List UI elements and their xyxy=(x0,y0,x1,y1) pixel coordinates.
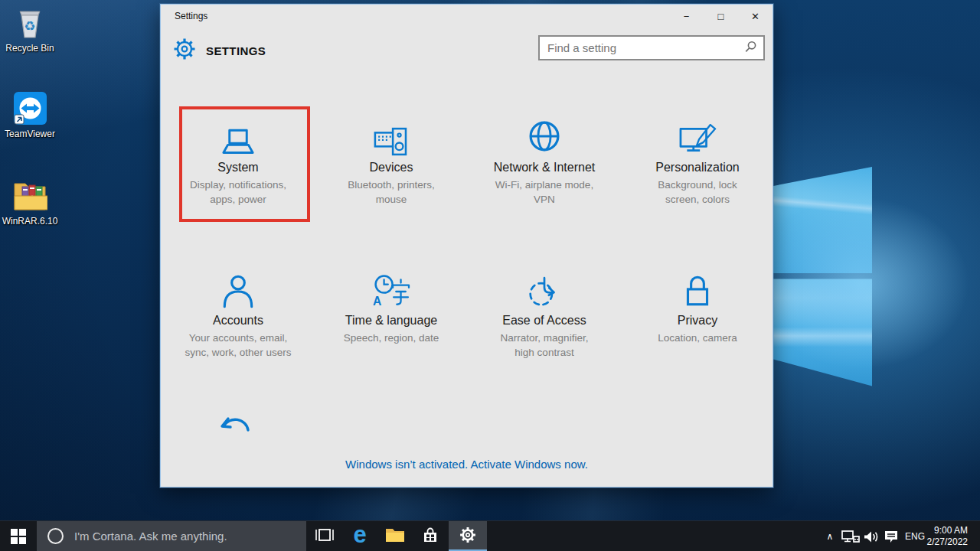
desktop-icon-winrar[interactable]: WinRAR.6.10 xyxy=(0,178,60,227)
settings-window: Settings − □ ✕ SETTINGS xyxy=(160,4,773,487)
tray-chevron-icon[interactable]: ∧ xyxy=(821,521,839,551)
activation-notice: Windows isn’t activated. Activate Window… xyxy=(161,458,773,471)
taskbar-clock[interactable]: 9:00 AM 2/27/2022 xyxy=(928,521,972,551)
devices-icon xyxy=(318,112,464,156)
tile-ease-of-access[interactable]: Ease of Access Narrator, magnifier, high… xyxy=(472,265,617,360)
windows-logo-icon xyxy=(11,529,26,544)
desktop-icon-label: WinRAR.6.10 xyxy=(0,216,60,227)
page-title: SETTINGS xyxy=(206,44,266,57)
clock-time: 9:00 AM xyxy=(934,525,968,536)
language-indicator[interactable]: ENG xyxy=(902,521,928,551)
edge-icon: e xyxy=(353,523,366,546)
tile-subtitle: Speech, region, date xyxy=(318,331,464,345)
taskbar: e xyxy=(0,520,980,551)
action-center-icon[interactable] xyxy=(882,521,900,551)
settings-taskbar-button[interactable] xyxy=(449,521,487,551)
laptop-icon xyxy=(165,112,311,156)
search-box[interactable] xyxy=(538,35,765,60)
winrar-folder-icon xyxy=(0,178,60,213)
settings-gear-icon xyxy=(173,37,196,64)
minimize-button[interactable]: − xyxy=(669,5,704,28)
globe-icon xyxy=(472,112,617,156)
tile-title: Time & language xyxy=(318,314,464,328)
tile-subtitle: Your accounts, email, sync, work, other … xyxy=(165,331,311,360)
svg-text:♻: ♻ xyxy=(24,18,35,34)
tile-subtitle: Narrator, magnifier, high contrast xyxy=(472,331,617,360)
tile-system[interactable]: System Display, notifications, apps, pow… xyxy=(165,112,311,207)
task-view-icon xyxy=(314,527,335,546)
tile-title: System xyxy=(165,161,311,174)
tile-title: Devices xyxy=(318,161,464,174)
recycle-bin-icon: ♻ xyxy=(0,5,60,40)
window-titlebar[interactable]: Settings − □ ✕ xyxy=(161,5,773,28)
tile-personalization[interactable]: Personalization Background, lock screen,… xyxy=(625,112,770,207)
desktop-icon-recycle-bin[interactable]: ♻ Recycle Bin xyxy=(0,5,60,54)
tile-subtitle: Wi-Fi, airplane mode, VPN xyxy=(472,178,617,207)
search-icon[interactable] xyxy=(744,41,756,56)
window-title: Settings xyxy=(175,11,207,21)
svg-text:A: A xyxy=(373,295,381,308)
edge-browser-button[interactable]: e xyxy=(343,521,377,551)
tile-subtitle: Display, notifications, apps, power xyxy=(165,178,311,207)
task-view-button[interactable] xyxy=(308,521,341,551)
file-explorer-button[interactable] xyxy=(378,521,412,551)
activate-windows-link[interactable]: Windows isn’t activated. Activate Window… xyxy=(345,458,588,471)
search-input[interactable] xyxy=(540,41,744,54)
tile-title: Ease of Access xyxy=(472,314,617,328)
store-bag-icon xyxy=(421,526,439,547)
cortana-search-input[interactable] xyxy=(73,529,306,543)
personalization-icon xyxy=(625,112,770,156)
teamviewer-icon xyxy=(0,90,60,126)
desktop-icon-teamviewer[interactable]: TeamViewer xyxy=(0,90,60,139)
tile-title: Personalization xyxy=(625,161,770,174)
start-button[interactable] xyxy=(0,521,37,551)
tile-accounts[interactable]: Accounts Your accounts, email, sync, wor… xyxy=(165,265,311,360)
screen: ♻ Recycle Bin TeamViewer xyxy=(0,0,980,551)
person-icon xyxy=(165,265,311,309)
tile-subtitle: Background, lock screen, colors xyxy=(625,178,770,207)
close-button[interactable]: ✕ xyxy=(738,5,773,28)
desktop-icon-label: TeamViewer xyxy=(0,129,60,139)
lock-icon xyxy=(625,265,770,309)
update-arrow-icon[interactable] xyxy=(216,409,259,450)
gear-icon xyxy=(459,527,476,546)
desktop-icon-label: Recycle Bin xyxy=(0,43,60,54)
tile-subtitle: Bluetooth, printers, mouse xyxy=(318,178,464,207)
clock-date: 2/27/2022 xyxy=(927,536,968,548)
store-button[interactable] xyxy=(413,521,447,551)
maximize-button[interactable]: □ xyxy=(704,5,738,28)
network-icon[interactable] xyxy=(841,521,861,551)
cortana-search-box[interactable] xyxy=(37,521,306,551)
tile-privacy[interactable]: Privacy Location, camera xyxy=(625,265,770,345)
tile-time-language[interactable]: A Time & language Speech, region, date xyxy=(318,265,464,345)
tile-network[interactable]: Network & Internet Wi-Fi, airplane mode,… xyxy=(472,112,617,207)
tile-devices[interactable]: Devices Bluetooth, printers, mouse xyxy=(318,112,464,207)
ease-of-access-icon xyxy=(472,265,617,309)
tile-title: Accounts xyxy=(165,314,311,328)
cortana-icon xyxy=(47,528,64,544)
speaker-icon[interactable] xyxy=(862,521,880,551)
tile-title: Network & Internet xyxy=(472,161,617,174)
tile-title: Privacy xyxy=(625,314,770,328)
folder-icon xyxy=(385,527,405,546)
time-language-icon: A xyxy=(318,265,464,309)
tile-subtitle: Location, camera xyxy=(625,331,770,345)
